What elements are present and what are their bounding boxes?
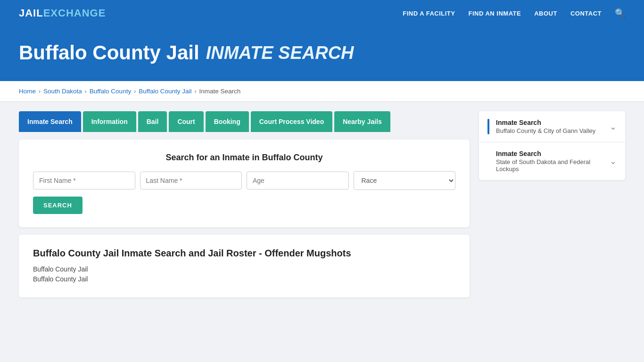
breadcrumb-bar: Home › South Dakota › Buffalo County › B… xyxy=(0,81,644,102)
search-form-row: Race White Black Hispanic Asian Native A… xyxy=(33,171,455,190)
tab-information[interactable]: Information xyxy=(83,111,136,132)
top-navigation: JAIL EXCHANGE FIND A FACILITY FIND AN IN… xyxy=(0,0,644,26)
breadcrumb-home[interactable]: Home xyxy=(19,88,36,95)
info-card: Buffalo County Jail Inmate Search and Ja… xyxy=(19,235,470,297)
tab-court-process-video[interactable]: Court Process Video xyxy=(251,111,332,132)
chevron-down-icon-1: ⌄ xyxy=(610,122,617,132)
hero-banner: Buffalo County Jail INMATE SEARCH xyxy=(0,26,644,81)
breadcrumb-buffalo-county-jail[interactable]: Buffalo County Jail xyxy=(139,88,191,95)
breadcrumb-sep-4: › xyxy=(194,88,196,95)
nav-find-inmate[interactable]: FIND AN INMATE xyxy=(468,10,521,17)
logo-jail-text: JAIL xyxy=(19,7,43,19)
breadcrumb-inmate-search: Inmate Search xyxy=(199,88,240,95)
tab-booking[interactable]: Booking xyxy=(206,111,249,132)
info-card-line2: Buffalo County Jail xyxy=(33,274,455,284)
tab-bail[interactable]: Bail xyxy=(138,111,167,132)
first-name-input[interactable] xyxy=(33,172,135,189)
tab-bar: Inmate Search Information Bail Court Boo… xyxy=(19,111,470,132)
age-input[interactable] xyxy=(247,172,349,189)
right-sidebar: Inmate Search Buffalo County & City of G… xyxy=(479,111,625,297)
sidebar-card: Inmate Search Buffalo County & City of G… xyxy=(479,111,625,180)
hero-title: Buffalo County Jail INMATE SEARCH xyxy=(19,41,625,64)
sidebar-text-1: Inmate Search Buffalo County & City of G… xyxy=(496,119,595,134)
sidebar-item-buffalo[interactable]: Inmate Search Buffalo County & City of G… xyxy=(479,111,625,142)
search-card-title: Search for an Inmate in Buffalo County xyxy=(33,153,455,163)
breadcrumb-sep-3: › xyxy=(134,88,136,95)
last-name-input[interactable] xyxy=(140,172,242,189)
race-select[interactable]: Race White Black Hispanic Asian Native A… xyxy=(354,171,456,190)
hero-title-subtitle: INMATE SEARCH xyxy=(206,43,354,63)
main-area: Inmate Search Information Bail Court Boo… xyxy=(0,102,644,307)
search-button[interactable]: SEARCH xyxy=(33,197,83,214)
sidebar-accent-1 xyxy=(487,119,489,134)
sidebar-text-2: Inmate Search State of South Dakota and … xyxy=(487,150,610,173)
sidebar-sub-2: State of South Dakota and Federal Lockup… xyxy=(496,158,610,173)
nav-contact[interactable]: CONTACT xyxy=(570,10,602,17)
hero-title-main: Buffalo County Jail xyxy=(19,41,199,64)
breadcrumb-sep-1: › xyxy=(39,88,41,95)
tab-nearby-jails[interactable]: Nearby Jails xyxy=(334,111,390,132)
chevron-down-icon-2: ⌄ xyxy=(610,156,617,166)
breadcrumb-south-dakota[interactable]: South Dakota xyxy=(43,88,82,95)
info-card-line1: Buffalo County Jail xyxy=(33,264,455,274)
breadcrumb-buffalo-county[interactable]: Buffalo County xyxy=(90,88,131,95)
tab-inmate-search[interactable]: Inmate Search xyxy=(19,111,81,132)
search-icon[interactable]: 🔍 xyxy=(615,8,625,18)
breadcrumb: Home › South Dakota › Buffalo County › B… xyxy=(19,88,625,95)
left-column: Inmate Search Information Bail Court Boo… xyxy=(19,111,470,297)
logo-exchange-text: EXCHANGE xyxy=(43,7,106,19)
sidebar-sub-1: Buffalo County & City of Gann Valley xyxy=(496,127,595,134)
nav-find-facility[interactable]: FIND A FACILITY xyxy=(403,10,455,17)
sidebar-title-1: Inmate Search xyxy=(496,119,595,126)
sidebar-item-sd[interactable]: Inmate Search State of South Dakota and … xyxy=(479,142,625,180)
info-card-title: Buffalo County Jail Inmate Search and Ja… xyxy=(33,248,455,259)
site-logo[interactable]: JAIL EXCHANGE xyxy=(19,7,106,19)
breadcrumb-sep-2: › xyxy=(85,88,87,95)
sidebar-title-2: Inmate Search xyxy=(496,150,610,157)
nav-about[interactable]: ABOUT xyxy=(534,10,557,17)
search-card: Search for an Inmate in Buffalo County R… xyxy=(19,140,470,227)
nav-links: FIND A FACILITY FIND AN INMATE ABOUT CON… xyxy=(403,8,625,18)
tab-court[interactable]: Court xyxy=(169,111,203,132)
